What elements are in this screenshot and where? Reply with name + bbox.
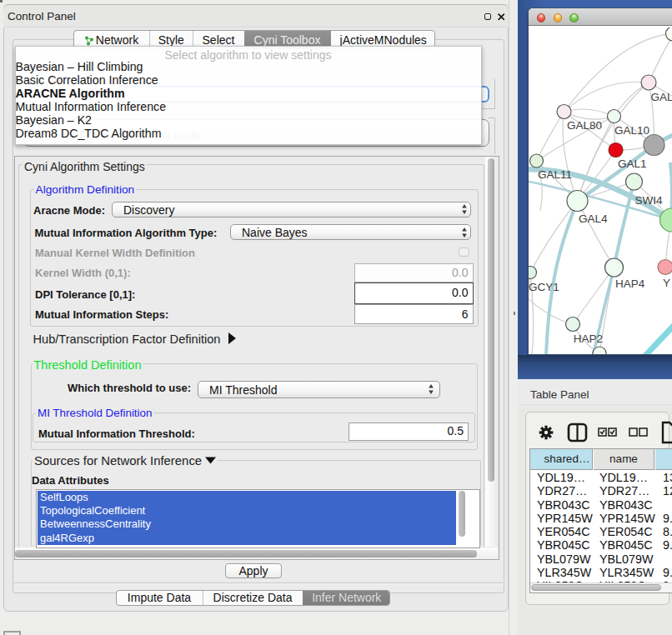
svg-text:GCY1: GCY1 — [529, 281, 559, 293]
svg-text:GAL11: GAL11 — [538, 168, 572, 181]
svg-text:HAP4: HAP4 — [615, 278, 645, 290]
svg-text:GAL1: GAL1 — [618, 158, 647, 170]
svg-text:HAP2: HAP2 — [574, 332, 603, 345]
svg-text:SWI4: SWI4 — [635, 194, 663, 207]
svg-text:GAL80: GAL80 — [567, 119, 602, 132]
svg-text:GAL: GAL — [651, 91, 672, 103]
svg-text:Y: Y — [663, 277, 670, 289]
svg-text:GAL4: GAL4 — [579, 212, 608, 225]
svg-text:GAL10: GAL10 — [614, 124, 649, 137]
